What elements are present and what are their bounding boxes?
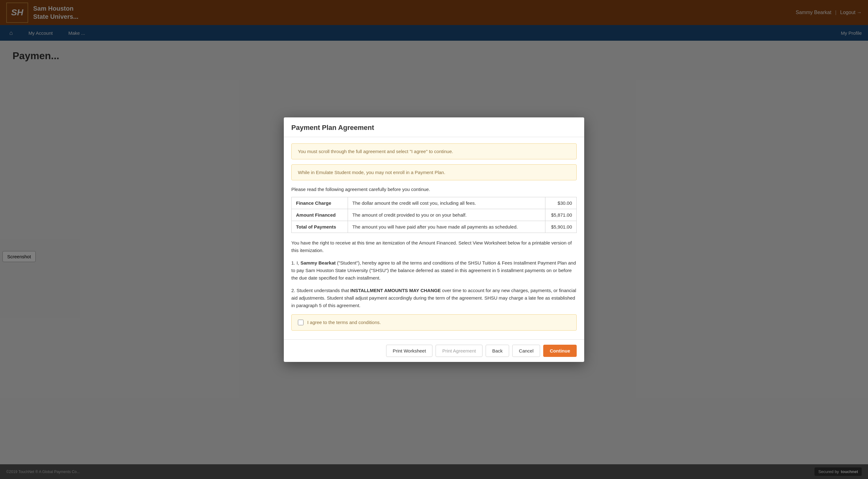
total-payments-label: Total of Payments — [291, 221, 348, 233]
body-para2: 1. I, Sammy Bearkat ("Student"), hereby … — [291, 259, 577, 282]
payment-plan-modal: Payment Plan Agreement You must scroll t… — [284, 117, 584, 362]
table-row: Total of Payments The amount you will ha… — [291, 221, 577, 233]
alert-emulate-warning: While in Emulate Student mode, you may n… — [291, 164, 577, 180]
modal-footer: Print Worksheet Print Agreement Back Can… — [284, 339, 584, 362]
amount-financed-label: Amount Financed — [291, 209, 348, 221]
total-payments-amount: $5,901.00 — [546, 221, 577, 233]
modal-body: You must scroll through the full agreeme… — [284, 137, 584, 339]
agree-label[interactable]: I agree to the terms and conditions. — [307, 320, 381, 325]
continue-button[interactable]: Continue — [543, 345, 577, 357]
amount-financed-amount: $5,871.00 — [546, 209, 577, 221]
alert-scroll-warning: You must scroll through the full agreeme… — [291, 143, 577, 159]
agreement-table: Finance Charge The dollar amount the cre… — [291, 197, 577, 233]
print-agreement-button[interactable]: Print Agreement — [436, 345, 483, 357]
print-worksheet-button[interactable]: Print Worksheet — [386, 345, 432, 357]
total-payments-desc: The amount you will have paid after you … — [348, 221, 546, 233]
body-para1: You have the right to receive at this ti… — [291, 239, 577, 254]
student-name-bold: Sammy Bearkat — [300, 260, 336, 266]
table-row: Amount Financed The amount of credit pro… — [291, 209, 577, 221]
finance-charge-desc: The dollar amount the credit will cost y… — [348, 197, 546, 209]
modal-overlay: Payment Plan Agreement You must scroll t… — [0, 0, 868, 479]
agree-section: I agree to the terms and conditions. — [291, 314, 577, 331]
back-button[interactable]: Back — [486, 345, 509, 357]
modal-title: Payment Plan Agreement — [291, 124, 577, 132]
agree-checkbox[interactable] — [298, 320, 304, 325]
finance-charge-label: Finance Charge — [291, 197, 348, 209]
finance-charge-amount: $30.00 — [546, 197, 577, 209]
cancel-button[interactable]: Cancel — [512, 345, 540, 357]
installment-warning: INSTALLMENT AMOUNTS MAY CHANGE — [350, 288, 441, 293]
body-para3: 2. Student understands that INSTALLMENT … — [291, 287, 577, 309]
modal-header: Payment Plan Agreement — [284, 117, 584, 137]
intro-text: Please read the following agreement care… — [291, 187, 577, 192]
table-row: Finance Charge The dollar amount the cre… — [291, 197, 577, 209]
amount-financed-desc: The amount of credit provided to you or … — [348, 209, 546, 221]
